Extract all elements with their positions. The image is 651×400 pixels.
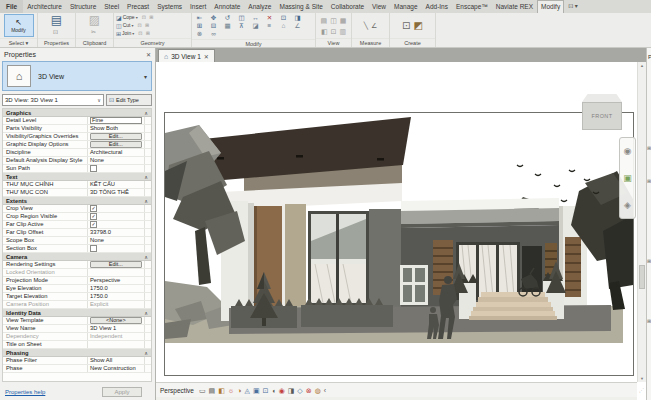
value-th-m-c-ch-nh[interactable]: KẾT CẤU [90,181,115,188]
tree-node-icon[interactable]: ⊞ [647,145,651,151]
hidden-window-icon[interactable]: ◫ [330,16,337,25]
rotate-icon[interactable]: ↺ [222,14,233,22]
value-dependency[interactable]: Independent [90,333,122,340]
tab-analyze[interactable]: Analyze [244,0,275,13]
reveal-hidden-elements-icon[interactable]: ◉ [279,384,285,397]
more-icon[interactable]: ‹ [324,384,326,397]
tree-node-icon[interactable]: ⊞ [647,258,651,264]
button-view-template[interactable]: <None> [90,317,142,324]
temporary-view-properties-icon[interactable]: ◨ [288,384,295,397]
properties-help-link[interactable]: Properties help [5,389,45,395]
worksharing-display-icon[interactable]: ◍ [315,384,321,397]
paste-icon[interactable]: ▨ [76,13,113,28]
trim-icon[interactable]: ◨ [292,14,303,22]
paint-icon[interactable]: ◪ [250,22,261,30]
tab-modify[interactable]: Modify [537,0,564,13]
apply-button[interactable]: Apply [102,387,142,397]
temporary-hide-isolate-icon[interactable]: ◖ [271,384,275,397]
tab-views-icon[interactable]: ⊡ [331,27,337,36]
geometry-item-cope[interactable]: ◪Cope▾⊡ ⊞ [114,13,191,21]
copy-icon[interactable]: ⊡ [278,14,289,22]
collapse-icon[interactable]: ∧ [144,110,148,116]
viewcube[interactable]: FRONT [582,94,622,130]
checkbox-crop-view[interactable]: ✓ [90,205,97,212]
create-group-icon[interactable]: ⊡ [402,20,410,32]
split-icon[interactable]: ⊟ [208,22,219,30]
checkbox-far-clip-active[interactable]: ✓ [90,221,97,228]
crop-region[interactable] [164,112,634,376]
tab-manage[interactable]: Manage [390,0,422,13]
cut-geometry-icon[interactable]: ▦ [222,22,233,30]
project-browser-edge[interactable]: Pr ⊞⊞⊞⊞ [646,48,651,400]
collapse-icon[interactable]: ∧ [144,174,148,180]
section-extents[interactable]: Extents∧ [3,197,151,205]
demolish-icon[interactable]: ⌂ [278,22,289,30]
tab-enscape[interactable]: Enscape™ [452,0,492,13]
thin-lines-icon[interactable]: ▤ [321,16,328,25]
geometry-item-join[interactable]: ⊞Join▾⊡ ⊞ [114,29,191,37]
match-type-icon[interactable]: ≡ [264,22,275,30]
combo-detail-level[interactable]: Fine [90,117,142,124]
panel-label-create[interactable]: Create [390,38,435,47]
measure-length-icon[interactable]: ╲ [364,21,368,30]
vertical-scrollbar[interactable]: ▲ ▼ [637,62,646,382]
tab-structure[interactable]: Structure [66,0,100,13]
value-eye-elevation[interactable]: 1750.0 [90,285,108,292]
collapse-icon[interactable]: ∧ [144,350,148,356]
delete-icon[interactable]: ✕ [264,14,275,22]
create-similar-icon[interactable]: ◩ [413,20,422,32]
zoom-region-icon[interactable]: ▣ [623,173,632,183]
tab-massing-site[interactable]: Massing & Site [275,0,326,13]
button-rendering-settings[interactable]: Edit... [90,261,142,268]
move-icon[interactable]: ✥ [208,14,219,22]
value-discipline[interactable]: Architectural [90,149,122,156]
panel-label-select[interactable]: Select ▾ [0,38,37,47]
tab-view[interactable]: View [368,0,390,13]
family-types-icon[interactable]: ⊡ [53,29,60,35]
tab-steel[interactable]: Steel [100,0,123,13]
tab-naviate-rex[interactable]: Naviate REX [492,0,537,13]
tree-node-icon[interactable]: ⊞ [647,318,651,324]
rendering-dialog-icon[interactable]: ◬ [245,384,250,397]
collapse-icon[interactable]: ∧ [144,310,148,316]
viewcube-top-face[interactable] [582,94,622,102]
analytical-model-icon[interactable]: ◇ [297,384,302,397]
tab-collaborate[interactable]: Collaborate [327,0,368,13]
close-palette-icon[interactable]: ✕ [146,51,151,58]
panel-label-modify[interactable]: Modify [192,39,315,47]
panel-label-view[interactable]: View [316,38,351,47]
shadows-icon[interactable]: ◑ [237,384,241,397]
instance-selector[interactable]: 3D View: 3D View 1 ∨ [2,94,104,106]
tab-systems[interactable]: Systems [153,0,186,13]
model-canvas[interactable]: FRONT ◉▣◈ ▲ ▼ Perspective ▭▤◧☼◑◬▣⊡◖◉◨◇⊗◍… [156,62,646,400]
tree-node-icon[interactable]: ⊞ [647,178,651,184]
orbit-icon[interactable]: ◈ [624,200,631,210]
scale-label[interactable]: Perspective [160,387,194,394]
close-view-icon[interactable]: ✕ [204,53,209,60]
detail-level-icon[interactable]: ▤ [209,384,216,397]
value-target-elevation[interactable]: 1750.0 [90,293,108,300]
checkbox-crop-region-visible[interactable]: ✓ [90,213,97,220]
panel-label-clipboard[interactable]: Clipboard [76,38,113,47]
panel-label-geometry[interactable]: Geometry [114,38,191,47]
value-scope-box[interactable]: None [90,237,104,244]
tile-views-icon[interactable]: ◧ [321,27,328,36]
panel-label-properties[interactable]: Properties [38,38,75,47]
close-hidden-icon[interactable]: ▦ [340,16,347,25]
view-tab-3d-view-1[interactable]: ⌂ 3D View 1 ✕ [158,49,215,62]
panel-label-measure[interactable]: Measure [352,38,389,47]
value-parts-visibility[interactable]: Show Both [90,125,118,132]
scroll-up-icon[interactable]: ▲ [638,63,646,68]
modify-tool-button[interactable]: ↖ Modify [4,14,34,37]
button-graphic-display-options[interactable]: Edit... [90,141,142,148]
tab-insert[interactable]: Insert [186,0,210,13]
unpin-icon[interactable]: ∞ [208,30,219,38]
scale-icon[interactable]: ▭ [199,384,206,397]
cut-clipboard-icon[interactable]: ✂ [91,29,98,35]
section-phasing[interactable]: Phasing∧ [3,349,151,357]
checkbox-sun-path[interactable] [90,165,97,172]
offset-icon[interactable]: ↔ [250,14,261,22]
visual-style-icon[interactable]: ◧ [218,384,225,397]
measure-angle-icon[interactable]: ∠ [371,21,377,30]
scrollbar-thumb[interactable] [639,265,645,289]
